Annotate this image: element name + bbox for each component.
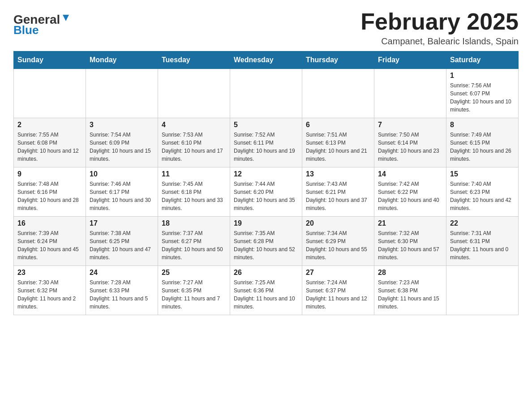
col-tuesday: Tuesday — [158, 51, 230, 69]
calendar-cell: 26Sunrise: 7:25 AMSunset: 6:36 PMDayligh… — [230, 266, 302, 315]
calendar-cell: 15Sunrise: 7:40 AMSunset: 6:23 PMDayligh… — [446, 167, 519, 217]
day-number: 11 — [162, 170, 226, 178]
calendar-cell: 6Sunrise: 7:51 AMSunset: 6:13 PMDaylight… — [302, 118, 374, 167]
day-number: 9 — [17, 170, 82, 178]
col-monday: Monday — [86, 51, 158, 69]
calendar-cell: 4Sunrise: 7:53 AMSunset: 6:10 PMDaylight… — [158, 118, 230, 167]
calendar-title: February 2025 — [360, 9, 519, 34]
day-info: Sunrise: 7:27 AMSunset: 6:35 PMDaylight:… — [162, 278, 226, 311]
day-info: Sunrise: 7:30 AMSunset: 6:32 PMDaylight:… — [17, 278, 82, 311]
day-info: Sunrise: 7:48 AMSunset: 6:16 PMDaylight:… — [17, 180, 82, 212]
calendar-cell: 12Sunrise: 7:44 AMSunset: 6:20 PMDayligh… — [230, 167, 302, 217]
day-info: Sunrise: 7:52 AMSunset: 6:11 PMDaylight:… — [234, 131, 298, 163]
calendar-cell — [14, 69, 86, 118]
day-info: Sunrise: 7:40 AMSunset: 6:23 PMDaylight:… — [450, 180, 515, 212]
day-number: 4 — [162, 121, 226, 129]
calendar-cell: 20Sunrise: 7:34 AMSunset: 6:29 PMDayligh… — [302, 217, 374, 266]
calendar-cell — [374, 69, 446, 118]
calendar-week-row: 9Sunrise: 7:48 AMSunset: 6:16 PMDaylight… — [14, 167, 519, 217]
calendar-cell: 18Sunrise: 7:37 AMSunset: 6:27 PMDayligh… — [158, 217, 230, 266]
day-info: Sunrise: 7:44 AMSunset: 6:20 PMDaylight:… — [234, 180, 298, 212]
day-number: 24 — [90, 269, 154, 277]
calendar-subtitle: Campanet, Balearic Islands, Spain — [360, 36, 519, 47]
day-info: Sunrise: 7:24 AMSunset: 6:37 PMDaylight:… — [306, 278, 370, 311]
calendar-cell: 22Sunrise: 7:31 AMSunset: 6:31 PMDayligh… — [446, 217, 519, 266]
calendar-cell: 3Sunrise: 7:54 AMSunset: 6:09 PMDaylight… — [86, 118, 158, 167]
day-info: Sunrise: 7:46 AMSunset: 6:17 PMDaylight:… — [90, 180, 154, 212]
day-info: Sunrise: 7:49 AMSunset: 6:15 PMDaylight:… — [450, 131, 515, 163]
col-wednesday: Wednesday — [230, 51, 302, 69]
col-sunday: Sunday — [14, 51, 86, 69]
calendar-cell: 13Sunrise: 7:43 AMSunset: 6:21 PMDayligh… — [302, 167, 374, 217]
day-info: Sunrise: 7:42 AMSunset: 6:22 PMDaylight:… — [378, 180, 442, 212]
day-number: 23 — [17, 269, 82, 277]
col-friday: Friday — [374, 51, 446, 69]
calendar-cell: 1Sunrise: 7:56 AMSunset: 6:07 PMDaylight… — [446, 69, 519, 118]
day-info: Sunrise: 7:25 AMSunset: 6:36 PMDaylight:… — [234, 278, 298, 311]
day-number: 12 — [234, 170, 298, 178]
day-number: 16 — [17, 219, 82, 227]
logo-blue: Blue — [13, 24, 39, 36]
day-number: 20 — [306, 219, 370, 227]
svg-marker-0 — [63, 15, 69, 21]
calendar-cell: 11Sunrise: 7:45 AMSunset: 6:18 PMDayligh… — [158, 167, 230, 217]
calendar-cell: 14Sunrise: 7:42 AMSunset: 6:22 PMDayligh… — [374, 167, 446, 217]
calendar-cell: 10Sunrise: 7:46 AMSunset: 6:17 PMDayligh… — [86, 167, 158, 217]
calendar-cell: 25Sunrise: 7:27 AMSunset: 6:35 PMDayligh… — [158, 266, 230, 315]
day-info: Sunrise: 7:23 AMSunset: 6:38 PMDaylight:… — [378, 278, 442, 311]
calendar-cell: 23Sunrise: 7:30 AMSunset: 6:32 PMDayligh… — [14, 266, 86, 315]
calendar-cell: 8Sunrise: 7:49 AMSunset: 6:15 PMDaylight… — [446, 118, 519, 167]
day-number: 25 — [162, 269, 226, 277]
day-number: 7 — [378, 121, 442, 129]
day-number: 15 — [450, 170, 515, 178]
calendar-table: Sunday Monday Tuesday Wednesday Thursday… — [13, 51, 519, 315]
calendar-cell: 17Sunrise: 7:38 AMSunset: 6:25 PMDayligh… — [86, 217, 158, 266]
calendar-cell: 7Sunrise: 7:50 AMSunset: 6:14 PMDaylight… — [374, 118, 446, 167]
day-number: 13 — [306, 170, 370, 178]
calendar-week-row: 23Sunrise: 7:30 AMSunset: 6:32 PMDayligh… — [14, 266, 519, 315]
day-number: 18 — [162, 219, 226, 227]
day-info: Sunrise: 7:28 AMSunset: 6:33 PMDaylight:… — [90, 278, 154, 311]
day-number: 2 — [17, 121, 82, 129]
logo: General Blue — [13, 13, 71, 36]
calendar-cell — [446, 266, 519, 315]
day-info: Sunrise: 7:34 AMSunset: 6:29 PMDaylight:… — [306, 229, 370, 261]
calendar-cell: 27Sunrise: 7:24 AMSunset: 6:37 PMDayligh… — [302, 266, 374, 315]
calendar-header-row: Sunday Monday Tuesday Wednesday Thursday… — [14, 51, 519, 69]
calendar-cell — [86, 69, 158, 118]
day-number: 17 — [90, 219, 154, 227]
day-number: 14 — [378, 170, 442, 178]
day-info: Sunrise: 7:54 AMSunset: 6:09 PMDaylight:… — [90, 131, 154, 163]
day-number: 28 — [378, 269, 442, 277]
day-number: 10 — [90, 170, 154, 178]
day-number: 1 — [450, 72, 515, 80]
day-info: Sunrise: 7:45 AMSunset: 6:18 PMDaylight:… — [162, 180, 226, 212]
calendar-cell: 24Sunrise: 7:28 AMSunset: 6:33 PMDayligh… — [86, 266, 158, 315]
day-number: 26 — [234, 269, 298, 277]
day-info: Sunrise: 7:53 AMSunset: 6:10 PMDaylight:… — [162, 131, 226, 163]
day-info: Sunrise: 7:38 AMSunset: 6:25 PMDaylight:… — [90, 229, 154, 261]
calendar-cell: 28Sunrise: 7:23 AMSunset: 6:38 PMDayligh… — [374, 266, 446, 315]
page-header: General Blue February 2025 Campanet, Bal… — [13, 9, 519, 47]
day-number: 8 — [450, 121, 515, 129]
calendar-cell: 2Sunrise: 7:55 AMSunset: 6:08 PMDaylight… — [14, 118, 86, 167]
day-info: Sunrise: 7:55 AMSunset: 6:08 PMDaylight:… — [17, 131, 82, 163]
day-info: Sunrise: 7:56 AMSunset: 6:07 PMDaylight:… — [450, 81, 515, 114]
day-number: 22 — [450, 219, 515, 227]
day-info: Sunrise: 7:35 AMSunset: 6:28 PMDaylight:… — [234, 229, 298, 261]
calendar-cell — [230, 69, 302, 118]
day-number: 3 — [90, 121, 154, 129]
day-info: Sunrise: 7:31 AMSunset: 6:31 PMDaylight:… — [450, 229, 515, 261]
day-number: 21 — [378, 219, 442, 227]
calendar-week-row: 1Sunrise: 7:56 AMSunset: 6:07 PMDaylight… — [14, 69, 519, 118]
day-number: 27 — [306, 269, 370, 277]
calendar-cell: 21Sunrise: 7:32 AMSunset: 6:30 PMDayligh… — [374, 217, 446, 266]
calendar-cell: 16Sunrise: 7:39 AMSunset: 6:24 PMDayligh… — [14, 217, 86, 266]
calendar-cell: 19Sunrise: 7:35 AMSunset: 6:28 PMDayligh… — [230, 217, 302, 266]
day-info: Sunrise: 7:37 AMSunset: 6:27 PMDaylight:… — [162, 229, 226, 261]
col-saturday: Saturday — [446, 51, 519, 69]
day-number: 19 — [234, 219, 298, 227]
day-number: 5 — [234, 121, 298, 129]
day-info: Sunrise: 7:50 AMSunset: 6:14 PMDaylight:… — [378, 131, 442, 163]
calendar-cell: 5Sunrise: 7:52 AMSunset: 6:11 PMDaylight… — [230, 118, 302, 167]
